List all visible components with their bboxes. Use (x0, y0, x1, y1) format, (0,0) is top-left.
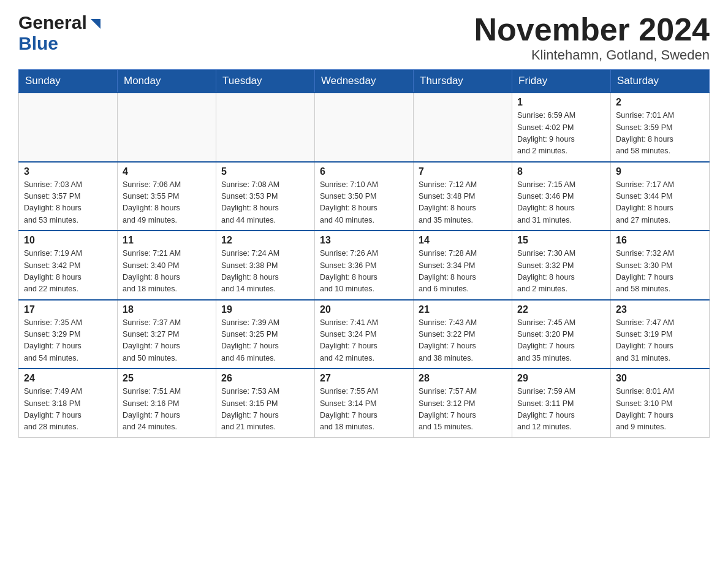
calendar-cell (118, 93, 216, 162)
day-info: Sunrise: 7:39 AMSunset: 3:25 PMDaylight:… (221, 318, 279, 362)
title-block: November 2024 Klintehamn, Gotland, Swede… (474, 12, 710, 63)
weekday-header-monday: Monday (118, 70, 216, 93)
week-row-2: 10Sunrise: 7:19 AMSunset: 3:42 PMDayligh… (19, 231, 710, 300)
day-info: Sunrise: 7:15 AMSunset: 3:46 PMDaylight:… (517, 180, 575, 224)
day-number: 10 (24, 235, 112, 246)
day-info: Sunrise: 7:32 AMSunset: 3:30 PMDaylight:… (616, 249, 674, 293)
day-number: 24 (24, 373, 112, 384)
day-info: Sunrise: 7:47 AMSunset: 3:19 PMDaylight:… (616, 318, 674, 362)
calendar-cell: 27Sunrise: 7:55 AMSunset: 3:14 PMDayligh… (315, 369, 414, 437)
calendar-cell: 11Sunrise: 7:21 AMSunset: 3:40 PMDayligh… (118, 231, 216, 300)
day-number: 4 (123, 166, 211, 177)
calendar-cell: 1Sunrise: 6:59 AMSunset: 4:02 PMDaylight… (512, 93, 611, 162)
day-info: Sunrise: 7:45 AMSunset: 3:20 PMDaylight:… (517, 318, 575, 362)
day-info: Sunrise: 7:24 AMSunset: 3:38 PMDaylight:… (221, 249, 279, 293)
day-number: 28 (419, 373, 507, 384)
day-number: 25 (123, 373, 211, 384)
calendar-cell: 18Sunrise: 7:37 AMSunset: 3:27 PMDayligh… (118, 300, 216, 369)
calendar-cell: 29Sunrise: 7:59 AMSunset: 3:11 PMDayligh… (512, 369, 611, 437)
day-number: 11 (123, 235, 211, 246)
day-info: Sunrise: 7:55 AMSunset: 3:14 PMDaylight:… (320, 387, 378, 431)
day-info: Sunrise: 7:30 AMSunset: 3:32 PMDaylight:… (517, 249, 575, 293)
calendar-cell: 25Sunrise: 7:51 AMSunset: 3:16 PMDayligh… (118, 369, 216, 437)
weekday-header-thursday: Thursday (414, 70, 512, 93)
day-number: 21 (419, 304, 507, 315)
calendar-cell: 30Sunrise: 8:01 AMSunset: 3:10 PMDayligh… (611, 369, 710, 437)
day-number: 3 (24, 166, 112, 177)
calendar-cell: 28Sunrise: 7:57 AMSunset: 3:12 PMDayligh… (414, 369, 512, 437)
day-number: 23 (616, 304, 704, 315)
weekday-header-sunday: Sunday (19, 70, 118, 93)
calendar-cell: 16Sunrise: 7:32 AMSunset: 3:30 PMDayligh… (611, 231, 710, 300)
calendar-cell (315, 93, 414, 162)
day-info: Sunrise: 7:53 AMSunset: 3:15 PMDaylight:… (221, 387, 279, 431)
day-info: Sunrise: 7:49 AMSunset: 3:18 PMDaylight:… (24, 387, 82, 431)
calendar-cell: 4Sunrise: 7:06 AMSunset: 3:55 PMDaylight… (118, 162, 216, 231)
calendar-cell (414, 93, 512, 162)
day-number: 13 (320, 235, 408, 246)
weekday-header-tuesday: Tuesday (216, 70, 315, 93)
calendar-cell: 9Sunrise: 7:17 AMSunset: 3:44 PMDaylight… (611, 162, 710, 231)
day-info: Sunrise: 7:51 AMSunset: 3:16 PMDaylight:… (123, 387, 181, 431)
day-number: 20 (320, 304, 408, 315)
week-row-0: 1Sunrise: 6:59 AMSunset: 4:02 PMDaylight… (19, 93, 710, 162)
day-info: Sunrise: 7:17 AMSunset: 3:44 PMDaylight:… (616, 180, 674, 224)
day-info: Sunrise: 7:57 AMSunset: 3:12 PMDaylight:… (419, 387, 477, 431)
day-info: Sunrise: 7:41 AMSunset: 3:24 PMDaylight:… (320, 318, 378, 362)
day-info: Sunrise: 7:59 AMSunset: 3:11 PMDaylight:… (517, 387, 575, 431)
weekday-header-saturday: Saturday (611, 70, 710, 93)
calendar-cell: 2Sunrise: 7:01 AMSunset: 3:59 PMDaylight… (611, 93, 710, 162)
day-info: Sunrise: 7:26 AMSunset: 3:36 PMDaylight:… (320, 249, 378, 293)
day-number: 30 (616, 373, 704, 384)
day-number: 22 (517, 304, 605, 315)
day-info: Sunrise: 8:01 AMSunset: 3:10 PMDaylight:… (616, 387, 674, 431)
day-info: Sunrise: 7:03 AMSunset: 3:57 PMDaylight:… (24, 180, 82, 224)
day-number: 15 (517, 235, 605, 246)
day-info: Sunrise: 6:59 AMSunset: 4:02 PMDaylight:… (517, 111, 575, 155)
calendar-cell: 21Sunrise: 7:43 AMSunset: 3:22 PMDayligh… (414, 300, 512, 369)
calendar-cell: 7Sunrise: 7:12 AMSunset: 3:48 PMDaylight… (414, 162, 512, 231)
day-number: 1 (517, 97, 605, 108)
day-number: 5 (221, 166, 309, 177)
page-header: General Blue November 2024 Klintehamn, G… (18, 12, 710, 63)
calendar-cell: 20Sunrise: 7:41 AMSunset: 3:24 PMDayligh… (315, 300, 414, 369)
day-number: 12 (221, 235, 309, 246)
week-row-4: 24Sunrise: 7:49 AMSunset: 3:18 PMDayligh… (19, 369, 710, 437)
day-number: 7 (419, 166, 507, 177)
calendar-cell: 14Sunrise: 7:28 AMSunset: 3:34 PMDayligh… (414, 231, 512, 300)
calendar-cell: 24Sunrise: 7:49 AMSunset: 3:18 PMDayligh… (19, 369, 118, 437)
calendar-subtitle: Klintehamn, Gotland, Sweden (474, 47, 710, 63)
calendar-cell: 26Sunrise: 7:53 AMSunset: 3:15 PMDayligh… (216, 369, 315, 437)
calendar-cell: 12Sunrise: 7:24 AMSunset: 3:38 PMDayligh… (216, 231, 315, 300)
calendar-cell: 6Sunrise: 7:10 AMSunset: 3:50 PMDaylight… (315, 162, 414, 231)
calendar-cell: 8Sunrise: 7:15 AMSunset: 3:46 PMDaylight… (512, 162, 611, 231)
logo-line: General (18, 12, 102, 33)
day-number: 14 (419, 235, 507, 246)
calendar-cell: 5Sunrise: 7:08 AMSunset: 3:53 PMDaylight… (216, 162, 315, 231)
day-number: 26 (221, 373, 309, 384)
day-info: Sunrise: 7:12 AMSunset: 3:48 PMDaylight:… (419, 180, 477, 224)
day-number: 9 (616, 166, 704, 177)
logo-triangle-icon (88, 17, 102, 30)
day-number: 17 (24, 304, 112, 315)
logo-blue-text: Blue (18, 33, 58, 54)
day-number: 19 (221, 304, 309, 315)
calendar-cell: 3Sunrise: 7:03 AMSunset: 3:57 PMDaylight… (19, 162, 118, 231)
day-info: Sunrise: 7:06 AMSunset: 3:55 PMDaylight:… (123, 180, 181, 224)
calendar-cell: 19Sunrise: 7:39 AMSunset: 3:25 PMDayligh… (216, 300, 315, 369)
day-number: 8 (517, 166, 605, 177)
calendar-cell (19, 93, 118, 162)
day-info: Sunrise: 7:43 AMSunset: 3:22 PMDaylight:… (419, 318, 477, 362)
calendar-cell: 17Sunrise: 7:35 AMSunset: 3:29 PMDayligh… (19, 300, 118, 369)
day-number: 2 (616, 97, 704, 108)
day-info: Sunrise: 7:28 AMSunset: 3:34 PMDaylight:… (419, 249, 477, 293)
week-row-1: 3Sunrise: 7:03 AMSunset: 3:57 PMDaylight… (19, 162, 710, 231)
day-number: 18 (123, 304, 211, 315)
day-number: 29 (517, 373, 605, 384)
calendar-cell: 10Sunrise: 7:19 AMSunset: 3:42 PMDayligh… (19, 231, 118, 300)
calendar-cell: 22Sunrise: 7:45 AMSunset: 3:20 PMDayligh… (512, 300, 611, 369)
weekday-header-wednesday: Wednesday (315, 70, 414, 93)
weekday-header-friday: Friday (512, 70, 611, 93)
day-number: 16 (616, 235, 704, 246)
day-info: Sunrise: 7:37 AMSunset: 3:27 PMDaylight:… (123, 318, 181, 362)
